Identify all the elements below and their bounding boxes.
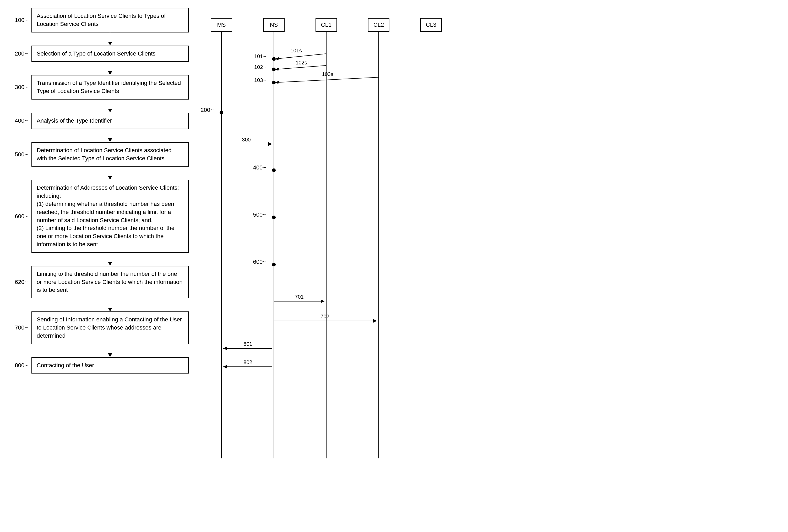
step-600-seq-label: 600~: [253, 259, 266, 265]
dot-500: [272, 216, 276, 219]
step-700-label: 700~: [5, 324, 32, 331]
step-400-seq-label: 400~: [253, 164, 266, 171]
actor-cl1: CL1: [321, 21, 332, 28]
step-600-label: 600~: [5, 213, 32, 220]
step-100-box: Association of Location Service Clients …: [32, 8, 189, 33]
step-600: 600~ Determination of Addresses of Locat…: [5, 180, 189, 252]
msg-802-label: 802: [243, 360, 252, 365]
msg-101s-line: [275, 54, 326, 59]
step-620: 620~ Limiting to the threshold number th…: [5, 266, 189, 298]
flowchart: 100~ Association of Location Service Cli…: [5, 8, 189, 524]
msg-102s-label: 102s: [296, 60, 307, 65]
step-300-label: 300~: [5, 84, 32, 90]
msg-701-arrow: [321, 300, 324, 303]
step-400-label: 400~: [5, 117, 32, 124]
dot-200: [220, 111, 223, 115]
sequence-diagram: MS NS CL1 CL2 CL3 101s 101~ 102s 102~: [199, 8, 783, 524]
step-600-box: Determination of Addresses of Location S…: [32, 180, 189, 252]
step-101-label: 101~: [254, 54, 266, 59]
step-620-label: 620~: [5, 279, 32, 286]
step-800-label: 800~: [5, 362, 32, 369]
dot-101: [272, 57, 276, 61]
step-500-box: Determination of Location Service Client…: [32, 142, 189, 167]
step-800: 800~ Contacting of the User: [5, 357, 189, 374]
step-200-label: 200~: [5, 50, 32, 57]
step-200-box: Selection of a Type of Location Service …: [32, 46, 189, 62]
dot-600: [272, 263, 276, 266]
dot-400: [272, 168, 276, 172]
step-500-label: 500~: [5, 151, 32, 158]
msg-102s-arrow: [275, 67, 279, 71]
step-300-box: Transmission of a Type Identifier identi…: [32, 75, 189, 100]
msg-801-arrow: [223, 347, 227, 350]
step-200: 200~ Selection of a Type of Location Ser…: [5, 46, 189, 62]
step-102-label: 102~: [254, 64, 266, 70]
msg-702-label: 702: [320, 313, 329, 319]
dot-103: [272, 81, 276, 84]
actor-ns: NS: [270, 21, 278, 28]
step-700: 700~ Sending of Information enabling a C…: [5, 311, 189, 344]
msg-300-arrow: [268, 142, 272, 146]
actor-cl2: CL2: [373, 21, 384, 28]
step-620-box: Limiting to the threshold number the num…: [32, 266, 189, 298]
step-103-label: 103~: [254, 77, 266, 83]
msg-300-label: 300: [242, 137, 251, 143]
msg-101s-arrow: [275, 57, 279, 60]
step-300: 300~ Transmission of a Type Identifier i…: [5, 75, 189, 100]
msg-103s-label: 103s: [322, 71, 333, 77]
msg-801-label: 801: [243, 341, 252, 347]
sequence-svg: MS NS CL1 CL2 CL3 101s 101~ 102s 102~: [199, 13, 488, 471]
step-400: 400~ Analysis of the Type Identifier: [5, 112, 189, 129]
actor-ms: MS: [217, 21, 226, 28]
step-500: 500~ Determination of Location Service C…: [5, 142, 189, 167]
msg-102s-line: [275, 65, 326, 69]
step-400-box: Analysis of the Type Identifier: [32, 112, 189, 129]
msg-103s-line: [275, 77, 379, 83]
step-800-box: Contacting of the User: [32, 357, 189, 374]
msg-701-label: 701: [295, 294, 303, 300]
step-100-label: 100~: [5, 17, 32, 24]
msg-103s-arrow: [275, 81, 279, 84]
msg-702-arrow: [373, 319, 377, 323]
step-100: 100~ Association of Location Service Cli…: [5, 8, 189, 33]
step-200-seq-label: 200~: [200, 107, 214, 113]
actor-cl3: CL3: [426, 21, 436, 28]
step-500-seq-label: 500~: [253, 211, 266, 218]
msg-101s-label: 101s: [290, 48, 302, 54]
msg-802-arrow: [223, 365, 227, 369]
step-700-box: Sending of Information enabling a Contac…: [32, 311, 189, 344]
dot-102: [272, 67, 276, 71]
